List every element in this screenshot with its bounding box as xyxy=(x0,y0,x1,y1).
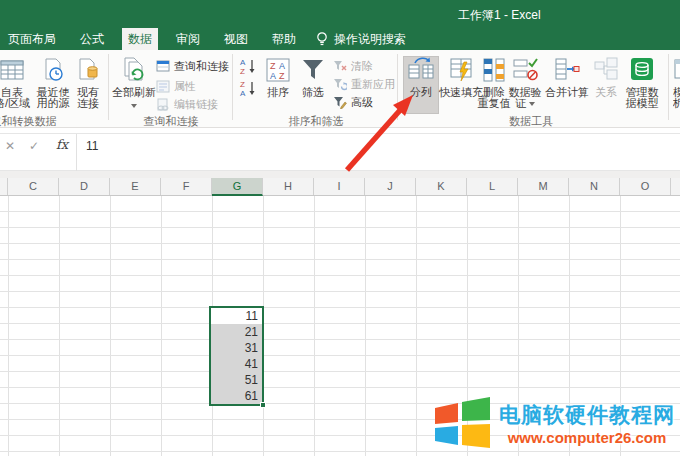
column-header-g-selected[interactable]: G xyxy=(212,178,263,196)
svg-text:A: A xyxy=(279,61,285,71)
edit-links-label: 编辑链接 xyxy=(174,97,218,112)
ribbon: 自表 格/区域 最近使 用的源 现有 连接 获取和转换数据 全部刷新 xyxy=(0,50,680,128)
consolidate-icon xyxy=(554,56,580,84)
insert-function-icon[interactable]: fx xyxy=(56,137,68,152)
svg-text:A: A xyxy=(240,58,246,67)
group-separator xyxy=(397,54,398,120)
relationships-icon xyxy=(593,56,619,84)
cell-g11[interactable]: 41 xyxy=(211,356,262,372)
properties-label: 属性 xyxy=(174,79,196,94)
svg-text:Z: Z xyxy=(279,71,285,81)
formula-bar-value[interactable]: 11 xyxy=(86,139,98,153)
title-bar: 工作簿1 - Excel xyxy=(0,0,680,28)
svg-text:Z: Z xyxy=(240,67,245,75)
existing-connections-button[interactable]: 现有 连接 xyxy=(68,54,108,109)
sort-button[interactable]: Z A A Z 排序 xyxy=(258,54,298,98)
clear-filter-icon xyxy=(333,60,347,73)
ribbon-tab-row: 页面布局 公式 数据 审阅 视图 帮助 操作说明搜索 xyxy=(0,28,680,50)
windows-logo-icon xyxy=(431,395,493,451)
column-header-j[interactable]: J xyxy=(365,178,416,195)
tab-page-layout[interactable]: 页面布局 xyxy=(2,28,62,50)
svg-text:Z: Z xyxy=(270,61,276,71)
existing-connections-label-2: 连接 xyxy=(68,98,108,109)
group-separator xyxy=(232,54,233,120)
sort-dialog-icon: Z A A Z xyxy=(265,56,291,84)
cell-g8-active[interactable]: 11 xyxy=(211,308,262,324)
data-validation-label-2: 证 xyxy=(505,98,545,109)
column-header-e[interactable]: E xyxy=(110,178,161,195)
column-header-h[interactable]: H xyxy=(263,178,314,195)
queries-connections-label: 查询和连接 xyxy=(174,59,229,74)
sort-ascending-button[interactable]: A Z xyxy=(238,57,258,75)
formula-bar-gap xyxy=(0,171,680,178)
column-header-l[interactable]: L xyxy=(467,178,518,195)
what-if-analysis-button[interactable]: 模拟分析 xyxy=(673,54,680,109)
data-validation-button[interactable]: 数据验 证 xyxy=(505,54,545,109)
refresh-all-caret-icon xyxy=(131,104,137,108)
text-to-columns-button[interactable]: 分列 xyxy=(403,54,439,98)
manage-data-model-button[interactable]: 管理数 据模型 xyxy=(620,54,664,109)
enter-icon[interactable]: ✓ xyxy=(29,139,39,153)
column-header-c[interactable]: C xyxy=(8,178,59,195)
text-to-columns-icon xyxy=(408,56,434,84)
group-label-get-data: 获取和转换数据 xyxy=(0,114,78,129)
edit-links-icon xyxy=(156,98,170,111)
cell-g9[interactable]: 21 xyxy=(211,324,262,340)
tab-data[interactable]: 数据 xyxy=(122,28,158,50)
column-header-i[interactable]: I xyxy=(314,178,365,195)
group-label-data-tools: 数据工具 xyxy=(400,114,662,129)
column-header-row: C D E F G H I J K L M N O xyxy=(0,178,680,196)
column-header-k[interactable]: K xyxy=(416,178,467,195)
svg-text:A: A xyxy=(240,89,246,97)
filter-button[interactable]: 筛选 xyxy=(296,54,330,98)
tell-me-search[interactable]: 操作说明搜索 xyxy=(316,28,406,50)
cell-g13[interactable]: 61 xyxy=(211,388,262,404)
fill-handle[interactable] xyxy=(260,402,266,408)
column-header-o[interactable]: O xyxy=(620,178,671,195)
group-separator xyxy=(108,54,109,120)
tab-view[interactable]: 视图 xyxy=(218,28,254,50)
tab-formulas[interactable]: 公式 xyxy=(74,28,110,50)
consolidate-button[interactable]: 合并计算 xyxy=(544,54,590,98)
cell-g12[interactable]: 51 xyxy=(211,372,262,388)
tell-me-label: 操作说明搜索 xyxy=(334,31,406,48)
cancel-icon[interactable]: ✕ xyxy=(5,139,15,153)
properties-icon xyxy=(156,80,170,93)
filter-funnel-icon xyxy=(300,56,326,84)
column-header-partial[interactable] xyxy=(0,178,8,195)
manage-data-model-icon xyxy=(629,56,655,84)
tab-help[interactable]: 帮助 xyxy=(266,28,302,50)
group-separator xyxy=(668,54,669,120)
recent-sources-icon xyxy=(40,56,66,84)
refresh-all-button[interactable]: 全部刷新 xyxy=(111,54,157,109)
text-to-columns-label: 分列 xyxy=(403,87,439,98)
edit-links-button[interactable]: 编辑链接 xyxy=(156,97,218,112)
advanced-filter-button[interactable]: 高级 xyxy=(333,95,373,110)
svg-text:A: A xyxy=(270,71,276,81)
column-header-f[interactable]: F xyxy=(161,178,212,195)
column-header-n[interactable]: N xyxy=(569,178,620,195)
column-header-m[interactable]: M xyxy=(518,178,569,195)
column-header-d[interactable]: D xyxy=(59,178,110,195)
advanced-filter-icon xyxy=(333,96,347,109)
consolidate-label: 合并计算 xyxy=(544,87,590,98)
manage-data-model-label-2: 据模型 xyxy=(620,98,664,109)
sort-descending-icon: Z A xyxy=(238,79,258,97)
reapply-button[interactable]: 重新应用 xyxy=(333,77,395,92)
tab-review[interactable]: 审阅 xyxy=(170,28,206,50)
what-if-analysis-label: 模拟分析 xyxy=(673,87,680,109)
watermark-url: www.computer26.com xyxy=(499,429,675,446)
reapply-icon xyxy=(333,78,347,91)
selected-range[interactable]: 11 21 31 41 51 61 xyxy=(209,306,264,406)
relationships-button[interactable]: 关系 xyxy=(588,54,624,98)
properties-button[interactable]: 属性 xyxy=(156,79,196,94)
data-validation-caret-icon xyxy=(529,102,535,106)
cell-g10[interactable]: 31 xyxy=(211,340,262,356)
remove-duplicates-icon xyxy=(481,56,507,84)
refresh-all-label: 全部刷新 xyxy=(111,87,157,98)
clear-filter-button[interactable]: 清除 xyxy=(333,59,373,74)
queries-connections-button[interactable]: 查询和连接 xyxy=(156,59,229,74)
flash-fill-icon xyxy=(448,56,474,84)
sort-descending-button[interactable]: Z A xyxy=(238,79,258,97)
watermark-site-name: 电脑软硬件教程网 xyxy=(499,401,675,429)
